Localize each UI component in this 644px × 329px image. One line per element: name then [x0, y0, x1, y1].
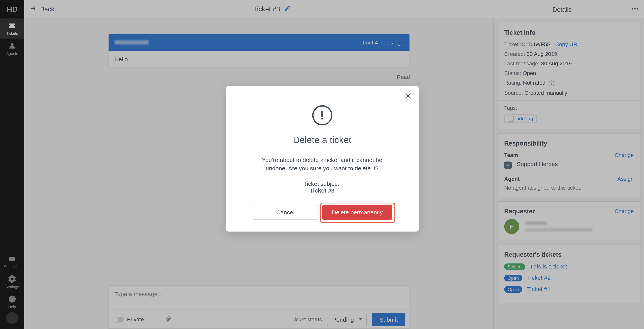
close-icon[interactable]: ✕	[404, 92, 412, 101]
delete-permanently-button[interactable]: Delete permanently	[322, 204, 392, 220]
warning-icon: !	[312, 105, 332, 125]
modal-wrap: ✕ ! Delete a ticket You're about to dele…	[0, 0, 644, 329]
modal-buttons: Cancel Delete permanently	[252, 204, 392, 220]
cancel-button[interactable]: Cancel	[252, 204, 319, 220]
modal-title: Delete a ticket	[293, 135, 351, 146]
modal-description: You're about to delete a ticket and it c…	[251, 156, 394, 173]
modal-subject: Ticket subject: Ticket #3	[304, 180, 341, 193]
delete-ticket-modal: ✕ ! Delete a ticket You're about to dele…	[226, 86, 418, 231]
